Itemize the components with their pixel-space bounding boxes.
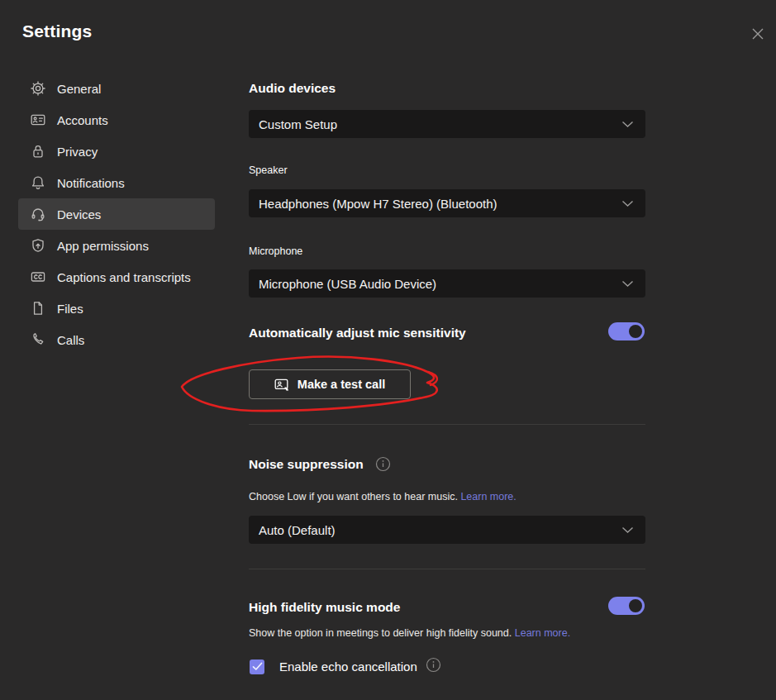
microphone-label: Microphone <box>249 245 302 257</box>
test-call-icon <box>274 377 290 393</box>
sidebar-item-label: Calls <box>57 333 84 347</box>
file-icon <box>30 300 46 317</box>
page-title: Settings <box>22 21 92 41</box>
high-fidelity-learn-more-link[interactable]: Learn more. <box>515 627 570 639</box>
noise-suppression-heading-text: Noise suppression <box>249 457 364 471</box>
sidebar-item-label: Privacy <box>57 145 98 159</box>
speaker-label: Speaker <box>249 164 288 176</box>
settings-dialog: Settings General Accounts <box>0 0 776 700</box>
sidebar-item-label: Accounts <box>57 113 108 127</box>
settings-sidebar: General Accounts Privacy Notifications <box>18 73 215 355</box>
lock-icon <box>30 143 46 160</box>
mic-sensitivity-label: Automatically adjust mic sensitivity <box>249 326 466 340</box>
toggle-knob <box>629 599 642 612</box>
bell-icon <box>30 174 46 191</box>
gear-icon <box>30 80 46 97</box>
sidebar-item-label: Captions and transcripts <box>57 270 191 284</box>
high-fidelity-description: Show the option in meetings to deliver h… <box>249 627 570 639</box>
sidebar-item-label: Notifications <box>57 176 125 190</box>
id-card-icon <box>30 112 46 128</box>
microphone-dropdown-value: Microphone (USB Audio Device) <box>259 277 436 291</box>
high-fidelity-description-text: Show the option in meetings to deliver h… <box>249 627 512 639</box>
speaker-dropdown-value: Headphones (Mpow H7 Stereo) (Bluetooth) <box>259 197 497 211</box>
noise-suppression-dropdown-value: Auto (Default) <box>259 523 336 537</box>
echo-cancellation-checkbox[interactable] <box>250 660 264 674</box>
close-icon <box>750 26 766 42</box>
mic-sensitivity-toggle[interactable] <box>608 322 645 340</box>
sidebar-item-captions[interactable]: Captions and transcripts <box>18 261 215 293</box>
phone-icon <box>30 331 46 348</box>
noise-suppression-description: Choose Low if you want others to hear mu… <box>249 491 517 502</box>
noise-suppression-learn-more-link[interactable]: Learn more. <box>460 491 516 502</box>
chevron-down-icon <box>621 200 634 207</box>
headset-icon <box>30 206 46 222</box>
captions-icon <box>30 269 46 285</box>
sidebar-item-notifications[interactable]: Notifications <box>18 167 215 198</box>
sidebar-item-label: Devices <box>57 207 101 221</box>
audio-devices-dropdown-value: Custom Setup <box>259 117 337 131</box>
sidebar-item-label: App permissions <box>57 239 149 253</box>
checkmark-icon <box>252 662 263 671</box>
noise-suppression-description-text: Choose Low if you want others to hear mu… <box>249 491 458 502</box>
noise-suppression-dropdown[interactable]: Auto (Default) <box>249 516 645 544</box>
chevron-down-icon <box>621 280 634 288</box>
make-test-call-label: Make a test call <box>298 378 385 391</box>
audio-devices-dropdown[interactable]: Custom Setup <box>249 110 645 138</box>
chevron-down-icon <box>621 121 634 128</box>
section-divider <box>249 569 645 569</box>
section-divider <box>249 424 645 425</box>
high-fidelity-heading: High fidelity music mode <box>249 600 400 615</box>
sidebar-item-privacy[interactable]: Privacy <box>18 136 215 167</box>
sidebar-item-devices[interactable]: Devices <box>18 198 215 230</box>
echo-cancellation-label: Enable echo cancellation <box>279 660 417 674</box>
high-fidelity-toggle[interactable] <box>608 597 645 615</box>
sidebar-item-label: General <box>57 82 101 96</box>
echo-cancellation-info-icon[interactable] <box>426 657 441 676</box>
noise-suppression-heading: Noise suppression <box>249 456 391 475</box>
noise-suppression-info-icon[interactable] <box>375 456 391 475</box>
sidebar-item-label: Files <box>57 302 83 316</box>
sidebar-item-general[interactable]: General <box>18 73 215 104</box>
sidebar-item-app-permissions[interactable]: App permissions <box>18 230 215 261</box>
shield-icon <box>30 237 46 254</box>
chevron-down-icon <box>621 526 634 534</box>
close-button[interactable] <box>745 21 770 46</box>
toggle-knob <box>629 325 642 338</box>
sidebar-item-calls[interactable]: Calls <box>18 324 215 355</box>
audio-devices-heading: Audio devices <box>249 81 336 96</box>
echo-cancellation-row: Enable echo cancellation <box>250 657 441 676</box>
microphone-dropdown[interactable]: Microphone (USB Audio Device) <box>249 269 645 298</box>
sidebar-item-accounts[interactable]: Accounts <box>18 104 215 136</box>
sidebar-item-files[interactable]: Files <box>18 293 215 324</box>
devices-settings-panel: Audio devices Custom Setup Speaker Headp… <box>249 0 645 700</box>
speaker-dropdown[interactable]: Headphones (Mpow H7 Stereo) (Bluetooth) <box>249 189 645 217</box>
make-test-call-button[interactable]: Make a test call <box>249 369 411 399</box>
